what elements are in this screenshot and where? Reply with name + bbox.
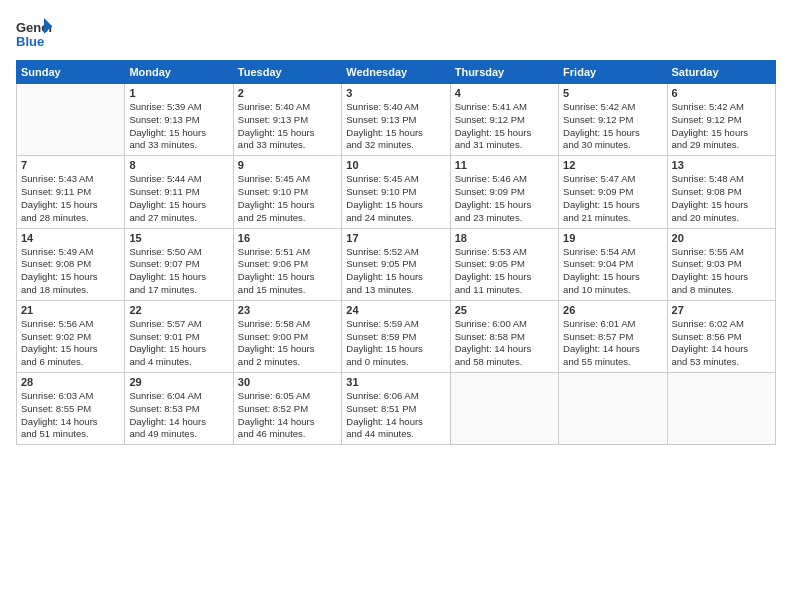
day-cell: 9Sunrise: 5:45 AM Sunset: 9:10 PM Daylig…: [233, 156, 341, 228]
day-info: Sunrise: 5:56 AM Sunset: 9:02 PM Dayligh…: [21, 318, 120, 369]
day-number: 10: [346, 159, 445, 171]
svg-text:Blue: Blue: [16, 34, 44, 49]
day-number: 12: [563, 159, 662, 171]
day-number: 16: [238, 232, 337, 244]
day-info: Sunrise: 5:42 AM Sunset: 9:12 PM Dayligh…: [563, 101, 662, 152]
week-row-1: 1Sunrise: 5:39 AM Sunset: 9:13 PM Daylig…: [17, 84, 776, 156]
day-info: Sunrise: 5:47 AM Sunset: 9:09 PM Dayligh…: [563, 173, 662, 224]
day-number: 14: [21, 232, 120, 244]
day-info: Sunrise: 6:06 AM Sunset: 8:51 PM Dayligh…: [346, 390, 445, 441]
day-cell: 21Sunrise: 5:56 AM Sunset: 9:02 PM Dayli…: [17, 300, 125, 372]
day-info: Sunrise: 5:48 AM Sunset: 9:08 PM Dayligh…: [672, 173, 771, 224]
day-cell: 2Sunrise: 5:40 AM Sunset: 9:13 PM Daylig…: [233, 84, 341, 156]
day-number: 8: [129, 159, 228, 171]
col-header-thursday: Thursday: [450, 61, 558, 84]
day-cell: 26Sunrise: 6:01 AM Sunset: 8:57 PM Dayli…: [559, 300, 667, 372]
day-cell: 8Sunrise: 5:44 AM Sunset: 9:11 PM Daylig…: [125, 156, 233, 228]
day-number: 5: [563, 87, 662, 99]
day-cell: 11Sunrise: 5:46 AM Sunset: 9:09 PM Dayli…: [450, 156, 558, 228]
day-cell: [17, 84, 125, 156]
day-number: 3: [346, 87, 445, 99]
day-cell: 28Sunrise: 6:03 AM Sunset: 8:55 PM Dayli…: [17, 373, 125, 445]
day-number: 30: [238, 376, 337, 388]
day-info: Sunrise: 5:57 AM Sunset: 9:01 PM Dayligh…: [129, 318, 228, 369]
day-cell: [667, 373, 775, 445]
week-row-4: 21Sunrise: 5:56 AM Sunset: 9:02 PM Dayli…: [17, 300, 776, 372]
day-info: Sunrise: 6:04 AM Sunset: 8:53 PM Dayligh…: [129, 390, 228, 441]
week-row-2: 7Sunrise: 5:43 AM Sunset: 9:11 PM Daylig…: [17, 156, 776, 228]
logo: General Blue: [16, 16, 52, 52]
day-cell: 20Sunrise: 5:55 AM Sunset: 9:03 PM Dayli…: [667, 228, 775, 300]
day-number: 31: [346, 376, 445, 388]
day-info: Sunrise: 5:45 AM Sunset: 9:10 PM Dayligh…: [346, 173, 445, 224]
day-cell: [450, 373, 558, 445]
day-cell: 4Sunrise: 5:41 AM Sunset: 9:12 PM Daylig…: [450, 84, 558, 156]
day-info: Sunrise: 5:40 AM Sunset: 9:13 PM Dayligh…: [238, 101, 337, 152]
week-row-5: 28Sunrise: 6:03 AM Sunset: 8:55 PM Dayli…: [17, 373, 776, 445]
day-cell: 1Sunrise: 5:39 AM Sunset: 9:13 PM Daylig…: [125, 84, 233, 156]
day-cell: 18Sunrise: 5:53 AM Sunset: 9:05 PM Dayli…: [450, 228, 558, 300]
week-row-3: 14Sunrise: 5:49 AM Sunset: 9:08 PM Dayli…: [17, 228, 776, 300]
day-cell: 25Sunrise: 6:00 AM Sunset: 8:58 PM Dayli…: [450, 300, 558, 372]
day-info: Sunrise: 5:58 AM Sunset: 9:00 PM Dayligh…: [238, 318, 337, 369]
page-header: General Blue: [16, 16, 776, 52]
day-number: 23: [238, 304, 337, 316]
day-info: Sunrise: 5:59 AM Sunset: 8:59 PM Dayligh…: [346, 318, 445, 369]
day-info: Sunrise: 6:02 AM Sunset: 8:56 PM Dayligh…: [672, 318, 771, 369]
day-cell: 29Sunrise: 6:04 AM Sunset: 8:53 PM Dayli…: [125, 373, 233, 445]
logo-icon: General Blue: [16, 16, 52, 52]
day-info: Sunrise: 6:03 AM Sunset: 8:55 PM Dayligh…: [21, 390, 120, 441]
day-cell: 3Sunrise: 5:40 AM Sunset: 9:13 PM Daylig…: [342, 84, 450, 156]
day-number: 4: [455, 87, 554, 99]
day-cell: 31Sunrise: 6:06 AM Sunset: 8:51 PM Dayli…: [342, 373, 450, 445]
day-info: Sunrise: 5:51 AM Sunset: 9:06 PM Dayligh…: [238, 246, 337, 297]
calendar-header-row: SundayMondayTuesdayWednesdayThursdayFrid…: [17, 61, 776, 84]
col-header-friday: Friday: [559, 61, 667, 84]
day-cell: 19Sunrise: 5:54 AM Sunset: 9:04 PM Dayli…: [559, 228, 667, 300]
day-info: Sunrise: 5:52 AM Sunset: 9:05 PM Dayligh…: [346, 246, 445, 297]
day-number: 20: [672, 232, 771, 244]
day-info: Sunrise: 5:41 AM Sunset: 9:12 PM Dayligh…: [455, 101, 554, 152]
day-number: 9: [238, 159, 337, 171]
day-cell: 16Sunrise: 5:51 AM Sunset: 9:06 PM Dayli…: [233, 228, 341, 300]
day-number: 21: [21, 304, 120, 316]
col-header-tuesday: Tuesday: [233, 61, 341, 84]
day-number: 26: [563, 304, 662, 316]
day-info: Sunrise: 5:39 AM Sunset: 9:13 PM Dayligh…: [129, 101, 228, 152]
day-number: 25: [455, 304, 554, 316]
day-info: Sunrise: 5:49 AM Sunset: 9:08 PM Dayligh…: [21, 246, 120, 297]
day-number: 11: [455, 159, 554, 171]
col-header-saturday: Saturday: [667, 61, 775, 84]
day-info: Sunrise: 6:00 AM Sunset: 8:58 PM Dayligh…: [455, 318, 554, 369]
day-number: 24: [346, 304, 445, 316]
day-cell: 23Sunrise: 5:58 AM Sunset: 9:00 PM Dayli…: [233, 300, 341, 372]
day-number: 2: [238, 87, 337, 99]
day-number: 29: [129, 376, 228, 388]
day-number: 7: [21, 159, 120, 171]
day-info: Sunrise: 5:45 AM Sunset: 9:10 PM Dayligh…: [238, 173, 337, 224]
day-cell: 10Sunrise: 5:45 AM Sunset: 9:10 PM Dayli…: [342, 156, 450, 228]
day-info: Sunrise: 6:01 AM Sunset: 8:57 PM Dayligh…: [563, 318, 662, 369]
col-header-sunday: Sunday: [17, 61, 125, 84]
day-number: 1: [129, 87, 228, 99]
day-cell: 13Sunrise: 5:48 AM Sunset: 9:08 PM Dayli…: [667, 156, 775, 228]
day-info: Sunrise: 5:43 AM Sunset: 9:11 PM Dayligh…: [21, 173, 120, 224]
day-info: Sunrise: 5:54 AM Sunset: 9:04 PM Dayligh…: [563, 246, 662, 297]
day-cell: 24Sunrise: 5:59 AM Sunset: 8:59 PM Dayli…: [342, 300, 450, 372]
day-cell: 7Sunrise: 5:43 AM Sunset: 9:11 PM Daylig…: [17, 156, 125, 228]
day-cell: 27Sunrise: 6:02 AM Sunset: 8:56 PM Dayli…: [667, 300, 775, 372]
day-number: 15: [129, 232, 228, 244]
day-info: Sunrise: 6:05 AM Sunset: 8:52 PM Dayligh…: [238, 390, 337, 441]
day-cell: 5Sunrise: 5:42 AM Sunset: 9:12 PM Daylig…: [559, 84, 667, 156]
day-info: Sunrise: 5:42 AM Sunset: 9:12 PM Dayligh…: [672, 101, 771, 152]
day-number: 19: [563, 232, 662, 244]
day-cell: [559, 373, 667, 445]
day-number: 6: [672, 87, 771, 99]
col-header-wednesday: Wednesday: [342, 61, 450, 84]
day-cell: 14Sunrise: 5:49 AM Sunset: 9:08 PM Dayli…: [17, 228, 125, 300]
day-number: 13: [672, 159, 771, 171]
day-cell: 15Sunrise: 5:50 AM Sunset: 9:07 PM Dayli…: [125, 228, 233, 300]
day-number: 17: [346, 232, 445, 244]
calendar-table: SundayMondayTuesdayWednesdayThursdayFrid…: [16, 60, 776, 445]
day-number: 18: [455, 232, 554, 244]
